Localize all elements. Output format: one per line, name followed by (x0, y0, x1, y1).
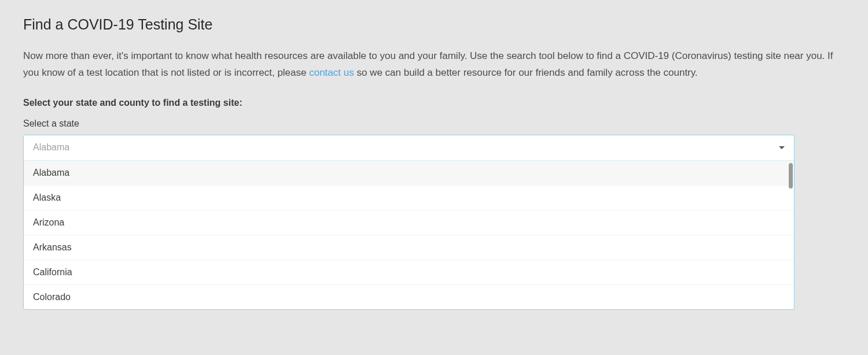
intro-text-after: so we can build a better resource for ou… (354, 67, 698, 78)
state-dropdown[interactable]: Alabama Alaska Arizona Arkansas Californ… (23, 135, 795, 310)
state-select-label: Select a state (23, 119, 845, 129)
state-dropdown-input[interactable] (33, 142, 774, 153)
state-dropdown-input-wrap[interactable] (24, 135, 794, 161)
select-prompt: Select your state and county to find a t… (23, 98, 845, 108)
state-option[interactable]: California (24, 260, 794, 284)
intro-paragraph: Now more than ever, it's important to kn… (23, 48, 845, 82)
state-options-list: Alabama Alaska Arizona Arkansas Californ… (24, 161, 794, 309)
state-option[interactable]: Alaska (24, 185, 794, 210)
state-option[interactable]: Colorado (24, 284, 794, 309)
caret-down-icon[interactable] (779, 146, 785, 149)
contact-us-link[interactable]: contact us (309, 67, 354, 78)
page-title: Find a COVID-19 Testing Site (23, 16, 845, 33)
state-option[interactable]: Alabama (24, 161, 794, 185)
state-option[interactable]: Arkansas (24, 235, 794, 260)
state-option[interactable]: Arizona (24, 210, 794, 235)
scrollbar-thumb[interactable] (789, 163, 793, 188)
state-options-wrap: Alabama Alaska Arizona Arkansas Californ… (24, 161, 794, 309)
